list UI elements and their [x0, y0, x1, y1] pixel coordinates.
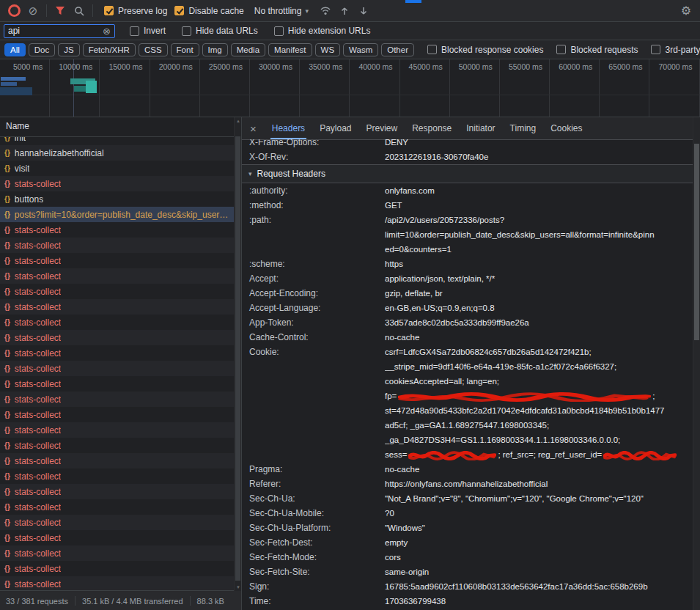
header-value: no-cache — [385, 462, 693, 477]
request-row[interactable]: {}stats-collect — [0, 315, 235, 330]
tab-preview[interactable]: Preview — [359, 117, 405, 139]
tab-cookies[interactable]: Cookies — [543, 117, 589, 139]
close-details-button[interactable]: × — [242, 122, 265, 135]
scroll-up-icon[interactable]: ▲ — [235, 119, 242, 123]
hide-extension-urls-checkbox[interactable]: Hide extension URLs — [274, 26, 371, 36]
invert-checkbox[interactable]: Invert — [130, 26, 166, 36]
script-braces-icon: {} — [4, 411, 10, 419]
request-headers-section-header[interactable]: ▾ Request Headers — [242, 164, 693, 183]
request-row[interactable]: {}stats-collect — [0, 299, 235, 315]
request-row[interactable]: {}stats-collect — [0, 499, 235, 515]
request-list-scrollbar[interactable]: ▲ ▼ — [234, 117, 241, 591]
overview-tick: 30000 ms — [250, 59, 300, 117]
type-chip-js[interactable]: JS — [58, 43, 79, 56]
script-braces-icon: {} — [4, 472, 10, 480]
request-row[interactable]: {}stats-collect — [0, 238, 235, 253]
request-row[interactable]: {}hannahelizabethofficial — [0, 145, 235, 161]
type-chip-ws[interactable]: WS — [315, 43, 341, 56]
request-row[interactable]: {}stats-collect — [0, 345, 235, 361]
disable-cache-checkbox[interactable]: Disable cache — [174, 6, 243, 16]
upload-arrow-icon — [339, 6, 350, 16]
type-chip-media[interactable]: Media — [231, 43, 265, 56]
request-row[interactable]: {}buttons — [0, 191, 235, 207]
tab-timing[interactable]: Timing — [503, 117, 544, 139]
import-har-button[interactable] — [335, 2, 354, 20]
blocked-requests-checkbox[interactable]: Blocked requests — [556, 45, 638, 55]
request-row[interactable]: {}stats-collect — [0, 330, 235, 345]
type-chip-fetch-xhr[interactable]: Fetch/XHR — [83, 43, 136, 56]
header-value-line: 202312261916-30670fa40e — [385, 150, 693, 164]
header-name: Sec-Fetch-Site: — [242, 565, 385, 579]
throttling-dropdown[interactable]: No throttling ▾ — [254, 6, 309, 16]
search-button[interactable] — [70, 2, 89, 20]
type-chip-css[interactable]: CSS — [139, 43, 168, 56]
network-conditions-button[interactable] — [316, 2, 335, 20]
record-button[interactable] — [4, 2, 23, 20]
request-row[interactable]: {}stats-collect — [0, 376, 235, 392]
top-focus-highlight — [405, 0, 421, 3]
request-row[interactable]: {}stats-collect — [0, 515, 235, 530]
script-braces-icon: {} — [4, 334, 10, 342]
scrollbar-thumb[interactable] — [235, 136, 240, 581]
preserve-log-checkbox[interactable]: Preserve log — [104, 6, 167, 16]
third-party-requests-checkbox[interactable]: 3rd-party requests — [651, 45, 700, 55]
clear-filter-icon[interactable]: ⊗ — [103, 26, 111, 36]
export-har-button[interactable] — [354, 2, 373, 20]
request-row[interactable]: {}posts?limit=10&order=publish_date_desc… — [0, 207, 235, 222]
script-braces-icon: {} — [4, 164, 10, 172]
settings-button[interactable]: ⚙ — [677, 2, 696, 20]
request-row[interactable]: {}stats-collect — [0, 576, 235, 590]
scrollbar-thumb[interactable] — [694, 144, 699, 340]
type-chip-doc[interactable]: Doc — [29, 43, 55, 56]
type-chip-manifest[interactable]: Manifest — [268, 43, 312, 56]
type-chip-all[interactable]: All — [4, 43, 26, 56]
type-chip-other[interactable]: Other — [381, 43, 414, 56]
request-row[interactable]: {}stats-collect — [0, 484, 235, 499]
request-row[interactable]: {}stats-collect — [0, 176, 235, 191]
header-value: empty — [385, 535, 693, 550]
tab-response[interactable]: Response — [405, 117, 459, 139]
scroll-down-icon[interactable]: ▼ — [235, 585, 242, 589]
request-row[interactable]: {}visit — [0, 161, 235, 176]
transferred-size: 35.1 kB / 4.4 MB transferred — [82, 597, 183, 606]
tab-payload[interactable]: Payload — [312, 117, 358, 139]
tab-headers[interactable]: Headers — [265, 117, 312, 139]
script-braces-icon: {} — [4, 380, 10, 388]
request-row[interactable]: {}stats-collect — [0, 284, 235, 299]
request-row[interactable]: {}stats-collect — [0, 222, 235, 238]
request-row[interactable]: {}stats-collect — [0, 545, 235, 561]
request-row[interactable]: {}stats-collect — [0, 453, 235, 468]
request-name-label: stats-collect — [15, 487, 61, 497]
request-row[interactable]: {}stats-collect — [0, 361, 235, 376]
clear-button[interactable]: ⊘ — [23, 2, 43, 20]
header-value-line: empty — [385, 535, 693, 550]
type-chip-font[interactable]: Font — [171, 43, 199, 56]
type-chip-img[interactable]: Img — [202, 43, 228, 56]
request-row[interactable]: {}stats-collect — [0, 253, 235, 268]
name-column-header[interactable]: Name — [0, 117, 241, 137]
blocked-response-cookies-checkbox[interactable]: Blocked response cookies — [427, 45, 543, 55]
request-row[interactable]: {}init — [0, 137, 235, 145]
request-row[interactable]: {}stats-collect — [0, 438, 235, 453]
header-name: Accept-Language: — [242, 301, 385, 315]
request-row[interactable]: {}stats-collect — [0, 268, 235, 284]
request-row[interactable]: {}stats-collect — [0, 392, 235, 407]
network-overview-timeline[interactable]: 5000 ms10000 ms15000 ms20000 ms25000 ms3… — [0, 59, 700, 117]
request-row[interactable]: {}stats-collect — [0, 468, 235, 484]
request-row[interactable]: {}stats-collect — [0, 561, 235, 576]
filter-toggle-button[interactable] — [51, 2, 70, 20]
hide-data-urls-checkbox[interactable]: Hide data URLs — [182, 26, 258, 36]
header-value: 202312261916-30670fa40e — [385, 150, 693, 164]
request-name-label: stats-collect — [15, 456, 61, 466]
script-braces-icon: {} — [4, 318, 10, 326]
header-row: App-Token:33d57ade8c02dbc5a333db99ff9ae2… — [242, 315, 693, 330]
throttling-value: No throttling — [254, 6, 302, 16]
header-row: Time:1703636799438 — [242, 594, 693, 609]
request-row[interactable]: {}stats-collect — [0, 407, 235, 422]
details-scrollbar[interactable] — [693, 117, 700, 610]
request-row[interactable]: {}stats-collect — [0, 530, 235, 545]
network-filter-input[interactable] — [8, 26, 95, 36]
request-row[interactable]: {}stats-collect — [0, 422, 235, 438]
type-chip-wasm[interactable]: Wasm — [343, 43, 378, 56]
tab-initiator[interactable]: Initiator — [459, 117, 502, 139]
